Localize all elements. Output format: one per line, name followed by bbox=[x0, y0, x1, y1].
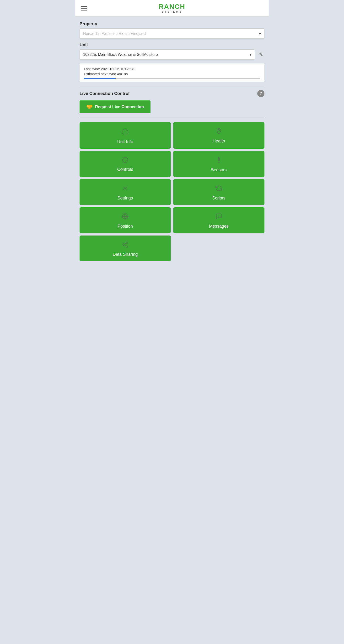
divider-2 bbox=[80, 117, 264, 118]
grid-buttons: ⓘ Unit Info Health Controls bbox=[80, 122, 264, 261]
logo-systems: SYSTEMS bbox=[161, 10, 183, 13]
scripts-button[interactable]: Scripts bbox=[173, 179, 264, 205]
request-live-connection-button[interactable]: 🤝 Request Live Connection bbox=[80, 100, 150, 113]
unit-select-wrapper: 102225: Main Block Weather & SoilMoistur… bbox=[80, 50, 255, 60]
data-sharing-button[interactable]: Data Sharing bbox=[80, 236, 171, 261]
position-button[interactable]: Position bbox=[80, 207, 171, 233]
sync-box: Last sync: 2021-01-25 10:03:28 Estimated… bbox=[80, 64, 264, 82]
handshake-icon: 🤝 bbox=[86, 104, 93, 110]
sync-progress-fill bbox=[84, 78, 116, 79]
health-icon bbox=[216, 128, 222, 136]
position-label: Position bbox=[117, 224, 133, 229]
svg-line-14 bbox=[124, 243, 126, 244]
sync-progress-bar bbox=[84, 78, 260, 79]
unit-label: Unit bbox=[80, 42, 264, 48]
settings-button[interactable]: Settings bbox=[80, 179, 171, 205]
health-button[interactable]: Health bbox=[173, 122, 264, 149]
hamburger-button[interactable] bbox=[80, 5, 88, 12]
divider-1 bbox=[80, 86, 264, 86]
header: RANCH SYSTEMS bbox=[75, 0, 269, 17]
messages-button[interactable]: Messages bbox=[173, 207, 264, 233]
data-sharing-label: Data Sharing bbox=[112, 252, 138, 257]
messages-icon bbox=[216, 213, 222, 222]
messages-label: Messages bbox=[209, 224, 229, 229]
live-connection-title: Live Connection Control bbox=[80, 91, 129, 96]
request-live-label: Request Live Connection bbox=[95, 104, 144, 109]
position-icon bbox=[122, 213, 128, 222]
last-sync-text: Last sync: 2021-01-25 10:03:28 bbox=[84, 67, 260, 71]
sensors-button[interactable]: Sensors bbox=[173, 151, 264, 177]
property-select-wrapper: Norcal 13: Paulmino Ranch Vineyard ▼ bbox=[80, 28, 264, 39]
scripts-label: Scripts bbox=[212, 196, 225, 201]
logo-ranch: RANCH bbox=[159, 3, 185, 10]
unit-edit-button[interactable]: ✎ bbox=[257, 50, 264, 59]
data-sharing-icon bbox=[122, 241, 128, 250]
logo: RANCH SYSTEMS bbox=[159, 3, 185, 13]
edit-icon: ✎ bbox=[259, 52, 263, 58]
settings-icon bbox=[122, 185, 128, 193]
main-content: Property Norcal 13: Paulmino Ranch Viney… bbox=[75, 17, 269, 266]
unit-select[interactable]: 102225: Main Block Weather & SoilMoistur… bbox=[80, 50, 255, 60]
svg-line-13 bbox=[124, 245, 126, 246]
live-connection-header: Live Connection Control ? bbox=[80, 90, 264, 97]
sensors-label: Sensors bbox=[211, 168, 227, 172]
controls-button[interactable]: Controls bbox=[80, 151, 171, 177]
help-button[interactable]: ? bbox=[257, 90, 264, 97]
unit-info-button[interactable]: ⓘ Unit Info bbox=[80, 122, 171, 149]
health-label: Health bbox=[213, 139, 225, 144]
unit-info-icon: ⓘ bbox=[122, 128, 128, 137]
property-select[interactable]: Norcal 13: Paulmino Ranch Vineyard bbox=[80, 28, 264, 39]
unit-info-label: Unit Info bbox=[117, 139, 133, 144]
unit-row: 102225: Main Block Weather & SoilMoistur… bbox=[80, 50, 264, 60]
help-icon: ? bbox=[260, 92, 262, 96]
controls-icon bbox=[122, 157, 128, 165]
next-sync-text: Estimated next sync 4m18s bbox=[84, 72, 260, 76]
scripts-icon bbox=[216, 185, 222, 193]
property-label: Property bbox=[80, 22, 264, 26]
controls-label: Controls bbox=[117, 167, 133, 172]
settings-label: Settings bbox=[117, 196, 133, 201]
sensors-icon bbox=[216, 157, 222, 165]
